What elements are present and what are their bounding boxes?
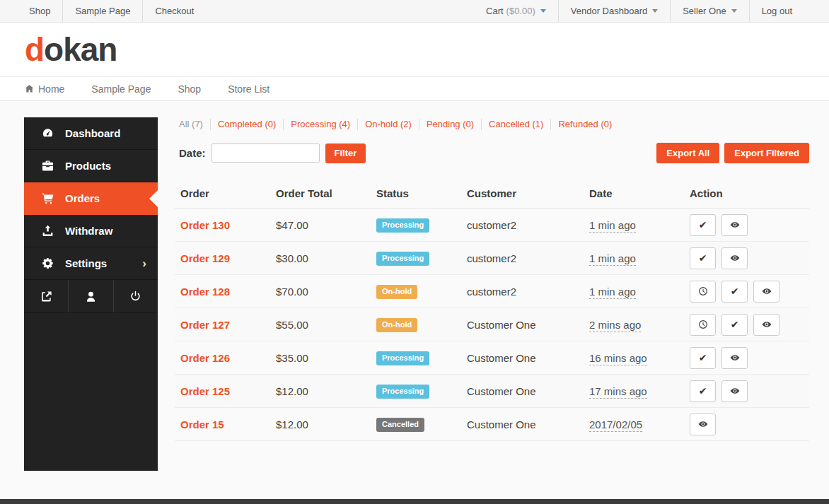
vendor-dashboard-dropdown[interactable]: Vendor Dashboard — [558, 0, 670, 22]
view-order-button[interactable] — [721, 214, 748, 236]
order-total: $12.00 — [270, 375, 371, 408]
sidebar-item-dashboard[interactable]: Dashboard — [24, 117, 158, 150]
tab-pending[interactable]: Pending (0) — [419, 119, 481, 130]
logout-button[interactable] — [114, 280, 158, 312]
order-total: $55.00 — [270, 308, 371, 341]
customer-name: Customer One — [461, 341, 584, 375]
status-badge: Processing — [376, 351, 429, 365]
nav-shop[interactable]: Shop — [178, 83, 201, 95]
active-item-arrow — [149, 190, 158, 207]
mark-complete-button[interactable]: ✔ — [690, 380, 716, 402]
table-row: Order 130 $47.00 Processing customer2 1 … — [175, 209, 809, 242]
tab-completed[interactable]: Completed (0) — [210, 119, 283, 130]
visit-store-button[interactable] — [24, 280, 69, 312]
order-status-filter-tabs: All (7)Completed (0)Processing (4)On-hol… — [175, 119, 809, 130]
nav-home[interactable]: Home — [25, 83, 64, 95]
dokan-vendor-dashboard-page: Shop Sample Page Checkout Cart ($0.00) V… — [0, 0, 829, 504]
mark-complete-button[interactable]: ✔ — [690, 347, 716, 369]
eye-icon — [730, 220, 740, 230]
export-filtered-button[interactable]: Export Filtered — [724, 143, 809, 163]
order-link[interactable]: Order 127 — [180, 319, 230, 331]
dokan-logo[interactable]: dokan — [25, 33, 117, 66]
footer-bar — [0, 499, 829, 504]
tab-all[interactable]: All (7) — [179, 119, 210, 130]
table-row: Order 125 $12.00 Processing Customer One… — [175, 375, 809, 408]
admin-bar-checkout-link[interactable]: Checkout — [142, 0, 206, 22]
dashboard-sidebar: Dashboard Products Orders Withdraw — [24, 117, 158, 471]
mark-complete-button[interactable]: ✔ — [721, 281, 748, 303]
view-order-button[interactable] — [721, 347, 748, 369]
header-date: Date — [584, 183, 684, 209]
edit-account-button[interactable] — [69, 280, 113, 312]
order-link[interactable]: Order 128 — [180, 286, 230, 298]
logout-link[interactable]: Log out — [749, 0, 804, 22]
check-icon: ✔ — [699, 353, 707, 363]
check-icon: ✔ — [699, 220, 707, 230]
export-all-button[interactable]: Export All — [656, 143, 719, 163]
export-buttons: Export All Export Filtered — [656, 143, 809, 163]
order-date: 2017/02/05 — [589, 418, 642, 432]
tab-on-hold[interactable]: On-hold (2) — [357, 119, 419, 130]
eye-icon — [730, 386, 740, 396]
cart-label: Cart — [486, 6, 504, 16]
view-order-button[interactable] — [721, 380, 748, 402]
customer-name: Customer One — [461, 308, 584, 341]
order-link[interactable]: Order 126 — [180, 352, 230, 364]
cart-amount: ($0.00) — [506, 6, 535, 16]
briefcase-icon — [42, 160, 54, 172]
mark-complete-button[interactable]: ✔ — [721, 314, 748, 336]
order-link[interactable]: Order 125 — [180, 385, 230, 397]
status-badge: Cancelled — [376, 418, 424, 432]
gear-icon — [42, 257, 54, 269]
order-link[interactable]: Order 130 — [180, 219, 230, 231]
sidebar-item-settings[interactable]: Settings › — [24, 247, 158, 280]
order-total: $70.00 — [270, 275, 371, 308]
filter-button[interactable]: Filter — [325, 143, 366, 163]
sidebar-item-withdraw[interactable]: Withdraw — [24, 215, 158, 247]
table-header-row: Order Order Total Status Customer Date A… — [175, 183, 809, 209]
mark-processing-button[interactable] — [690, 314, 716, 336]
order-total: $47.00 — [270, 209, 371, 242]
nav-sample-page[interactable]: Sample Page — [91, 83, 151, 95]
order-date: 1 min ago — [589, 286, 636, 299]
view-order-button[interactable] — [690, 414, 716, 435]
mark-complete-button[interactable]: ✔ — [690, 214, 716, 236]
tab-processing[interactable]: Processing (4) — [283, 119, 357, 130]
view-order-button[interactable] — [721, 247, 748, 269]
mark-processing-button[interactable] — [690, 281, 716, 303]
admin-bar-shop-link[interactable]: Shop — [25, 0, 62, 22]
table-row: Order 15 $12.00 Cancelled Customer One 2… — [175, 408, 809, 441]
eye-icon — [698, 419, 708, 429]
header-customer: Customer — [461, 183, 584, 209]
check-icon: ✔ — [731, 286, 739, 296]
admin-bar-sample-page-link[interactable]: Sample Page — [62, 0, 142, 22]
header-total: Order Total — [270, 183, 371, 209]
sidebar-icon-row — [24, 280, 158, 313]
order-link[interactable]: Order 15 — [180, 418, 224, 430]
sidebar-item-products[interactable]: Products — [24, 150, 158, 182]
order-date: 17 mins ago — [589, 385, 647, 399]
order-date: 2 mins ago — [589, 319, 641, 332]
customer-name: Customer One — [461, 408, 584, 441]
admin-bar-left: Shop Sample Page Checkout — [25, 0, 206, 22]
seller-account-dropdown[interactable]: Seller One — [670, 0, 748, 22]
order-link[interactable]: Order 129 — [180, 252, 230, 264]
chevron-right-icon: › — [142, 257, 146, 269]
header-action: Action — [684, 183, 809, 209]
date-input[interactable] — [211, 143, 320, 163]
status-badge: Processing — [376, 218, 429, 233]
view-order-button[interactable] — [753, 281, 779, 303]
clock-icon — [698, 286, 708, 296]
view-order-button[interactable] — [753, 314, 779, 336]
tab-cancelled[interactable]: Cancelled (1) — [481, 119, 550, 130]
tab-refunded[interactable]: Refunded (0) — [550, 119, 619, 130]
cart-icon — [42, 192, 54, 204]
mark-complete-button[interactable]: ✔ — [690, 247, 716, 269]
eye-icon — [730, 253, 740, 263]
order-total: $30.00 — [270, 242, 371, 275]
nav-store-list[interactable]: Store List — [228, 83, 269, 95]
page-body: Dashboard Products Orders Withdraw — [0, 102, 829, 504]
orders-table: Order Order Total Status Customer Date A… — [175, 183, 809, 441]
sidebar-item-orders[interactable]: Orders — [24, 182, 158, 215]
cart-dropdown[interactable]: Cart ($0.00) — [474, 0, 558, 22]
